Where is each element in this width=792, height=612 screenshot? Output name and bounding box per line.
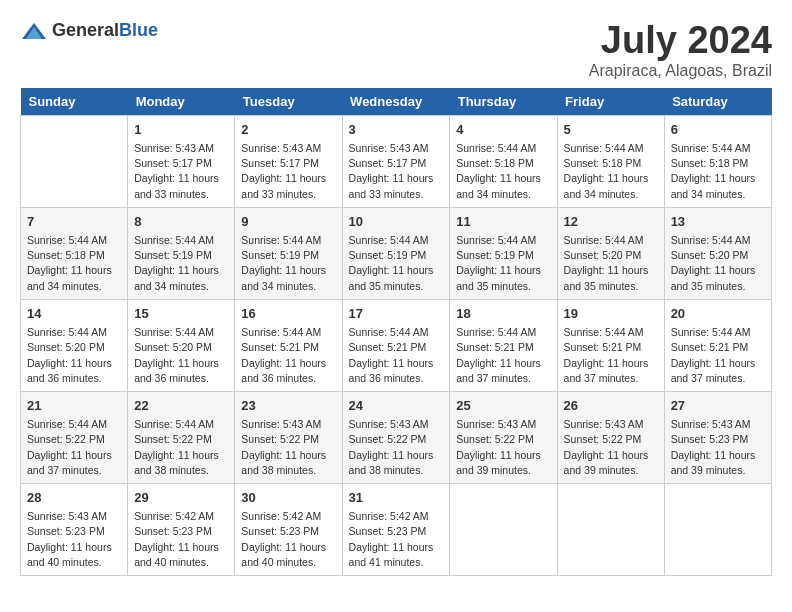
calendar-week-2: 7Sunrise: 5:44 AM Sunset: 5:18 PM Daylig… [21, 207, 772, 299]
day-number: 31 [349, 489, 444, 507]
logo-text: GeneralBlue [52, 20, 158, 41]
day-number: 21 [27, 397, 121, 415]
day-info: Sunrise: 5:44 AM Sunset: 5:20 PM Dayligh… [671, 233, 765, 294]
calendar-cell: 30Sunrise: 5:42 AM Sunset: 5:23 PM Dayli… [235, 484, 342, 576]
title-block: July 2024 Arapiraca, Alagoas, Brazil [589, 20, 772, 80]
day-info: Sunrise: 5:42 AM Sunset: 5:23 PM Dayligh… [349, 509, 444, 570]
day-info: Sunrise: 5:44 AM Sunset: 5:22 PM Dayligh… [27, 417, 121, 478]
day-info: Sunrise: 5:42 AM Sunset: 5:23 PM Dayligh… [134, 509, 228, 570]
day-number: 19 [564, 305, 658, 323]
calendar-cell: 17Sunrise: 5:44 AM Sunset: 5:21 PM Dayli… [342, 299, 450, 391]
day-number: 6 [671, 121, 765, 139]
calendar-cell: 28Sunrise: 5:43 AM Sunset: 5:23 PM Dayli… [21, 484, 128, 576]
day-number: 28 [27, 489, 121, 507]
day-number: 27 [671, 397, 765, 415]
day-number: 16 [241, 305, 335, 323]
day-info: Sunrise: 5:43 AM Sunset: 5:22 PM Dayligh… [349, 417, 444, 478]
calendar-cell: 25Sunrise: 5:43 AM Sunset: 5:22 PM Dayli… [450, 391, 557, 483]
day-number: 22 [134, 397, 228, 415]
day-info: Sunrise: 5:44 AM Sunset: 5:20 PM Dayligh… [564, 233, 658, 294]
calendar-week-5: 28Sunrise: 5:43 AM Sunset: 5:23 PM Dayli… [21, 484, 772, 576]
calendar-cell: 27Sunrise: 5:43 AM Sunset: 5:23 PM Dayli… [664, 391, 771, 483]
calendar-cell: 8Sunrise: 5:44 AM Sunset: 5:19 PM Daylig… [128, 207, 235, 299]
calendar-cell: 2Sunrise: 5:43 AM Sunset: 5:17 PM Daylig… [235, 115, 342, 207]
day-info: Sunrise: 5:44 AM Sunset: 5:19 PM Dayligh… [349, 233, 444, 294]
day-info: Sunrise: 5:44 AM Sunset: 5:21 PM Dayligh… [349, 325, 444, 386]
day-info: Sunrise: 5:44 AM Sunset: 5:19 PM Dayligh… [134, 233, 228, 294]
day-number: 15 [134, 305, 228, 323]
calendar-cell: 12Sunrise: 5:44 AM Sunset: 5:20 PM Dayli… [557, 207, 664, 299]
header-sunday: Sunday [21, 88, 128, 116]
day-info: Sunrise: 5:44 AM Sunset: 5:21 PM Dayligh… [564, 325, 658, 386]
day-info: Sunrise: 5:44 AM Sunset: 5:18 PM Dayligh… [671, 141, 765, 202]
day-number: 3 [349, 121, 444, 139]
calendar-cell: 14Sunrise: 5:44 AM Sunset: 5:20 PM Dayli… [21, 299, 128, 391]
header-friday: Friday [557, 88, 664, 116]
calendar-cell [557, 484, 664, 576]
day-number: 12 [564, 213, 658, 231]
calendar-cell: 11Sunrise: 5:44 AM Sunset: 5:19 PM Dayli… [450, 207, 557, 299]
calendar-cell [21, 115, 128, 207]
day-info: Sunrise: 5:43 AM Sunset: 5:17 PM Dayligh… [349, 141, 444, 202]
header-tuesday: Tuesday [235, 88, 342, 116]
day-number: 8 [134, 213, 228, 231]
calendar-cell: 19Sunrise: 5:44 AM Sunset: 5:21 PM Dayli… [557, 299, 664, 391]
day-info: Sunrise: 5:42 AM Sunset: 5:23 PM Dayligh… [241, 509, 335, 570]
calendar-cell: 5Sunrise: 5:44 AM Sunset: 5:18 PM Daylig… [557, 115, 664, 207]
calendar-cell: 24Sunrise: 5:43 AM Sunset: 5:22 PM Dayli… [342, 391, 450, 483]
day-info: Sunrise: 5:43 AM Sunset: 5:23 PM Dayligh… [671, 417, 765, 478]
calendar-cell: 6Sunrise: 5:44 AM Sunset: 5:18 PM Daylig… [664, 115, 771, 207]
calendar-cell: 1Sunrise: 5:43 AM Sunset: 5:17 PM Daylig… [128, 115, 235, 207]
calendar-cell: 15Sunrise: 5:44 AM Sunset: 5:20 PM Dayli… [128, 299, 235, 391]
calendar-cell: 21Sunrise: 5:44 AM Sunset: 5:22 PM Dayli… [21, 391, 128, 483]
day-info: Sunrise: 5:44 AM Sunset: 5:18 PM Dayligh… [564, 141, 658, 202]
logo-blue: Blue [119, 20, 158, 40]
calendar-cell: 4Sunrise: 5:44 AM Sunset: 5:18 PM Daylig… [450, 115, 557, 207]
day-number: 5 [564, 121, 658, 139]
day-number: 14 [27, 305, 121, 323]
day-number: 10 [349, 213, 444, 231]
day-number: 9 [241, 213, 335, 231]
calendar-cell: 7Sunrise: 5:44 AM Sunset: 5:18 PM Daylig… [21, 207, 128, 299]
calendar-cell: 20Sunrise: 5:44 AM Sunset: 5:21 PM Dayli… [664, 299, 771, 391]
day-number: 2 [241, 121, 335, 139]
day-info: Sunrise: 5:44 AM Sunset: 5:21 PM Dayligh… [456, 325, 550, 386]
day-info: Sunrise: 5:44 AM Sunset: 5:18 PM Dayligh… [456, 141, 550, 202]
calendar-cell [664, 484, 771, 576]
day-number: 1 [134, 121, 228, 139]
calendar-cell: 3Sunrise: 5:43 AM Sunset: 5:17 PM Daylig… [342, 115, 450, 207]
calendar-week-1: 1Sunrise: 5:43 AM Sunset: 5:17 PM Daylig… [21, 115, 772, 207]
calendar-header-row: SundayMondayTuesdayWednesdayThursdayFrid… [21, 88, 772, 116]
day-info: Sunrise: 5:43 AM Sunset: 5:23 PM Dayligh… [27, 509, 121, 570]
day-info: Sunrise: 5:43 AM Sunset: 5:17 PM Dayligh… [241, 141, 335, 202]
location-subtitle: Arapiraca, Alagoas, Brazil [589, 62, 772, 80]
day-number: 26 [564, 397, 658, 415]
day-number: 17 [349, 305, 444, 323]
header-monday: Monday [128, 88, 235, 116]
header-wednesday: Wednesday [342, 88, 450, 116]
page-header: GeneralBlue July 2024 Arapiraca, Alagoas… [20, 20, 772, 80]
day-number: 18 [456, 305, 550, 323]
month-title: July 2024 [589, 20, 772, 62]
calendar-week-3: 14Sunrise: 5:44 AM Sunset: 5:20 PM Dayli… [21, 299, 772, 391]
calendar-cell: 29Sunrise: 5:42 AM Sunset: 5:23 PM Dayli… [128, 484, 235, 576]
day-number: 30 [241, 489, 335, 507]
day-info: Sunrise: 5:44 AM Sunset: 5:20 PM Dayligh… [27, 325, 121, 386]
day-number: 11 [456, 213, 550, 231]
day-info: Sunrise: 5:43 AM Sunset: 5:17 PM Dayligh… [134, 141, 228, 202]
day-info: Sunrise: 5:44 AM Sunset: 5:19 PM Dayligh… [241, 233, 335, 294]
logo-icon [20, 21, 48, 41]
calendar-cell: 18Sunrise: 5:44 AM Sunset: 5:21 PM Dayli… [450, 299, 557, 391]
calendar-cell: 23Sunrise: 5:43 AM Sunset: 5:22 PM Dayli… [235, 391, 342, 483]
day-info: Sunrise: 5:44 AM Sunset: 5:21 PM Dayligh… [241, 325, 335, 386]
day-number: 29 [134, 489, 228, 507]
day-info: Sunrise: 5:44 AM Sunset: 5:19 PM Dayligh… [456, 233, 550, 294]
calendar-cell: 26Sunrise: 5:43 AM Sunset: 5:22 PM Dayli… [557, 391, 664, 483]
logo-general: General [52, 20, 119, 40]
day-info: Sunrise: 5:44 AM Sunset: 5:18 PM Dayligh… [27, 233, 121, 294]
header-saturday: Saturday [664, 88, 771, 116]
calendar-cell: 9Sunrise: 5:44 AM Sunset: 5:19 PM Daylig… [235, 207, 342, 299]
day-info: Sunrise: 5:43 AM Sunset: 5:22 PM Dayligh… [456, 417, 550, 478]
day-info: Sunrise: 5:44 AM Sunset: 5:21 PM Dayligh… [671, 325, 765, 386]
calendar-week-4: 21Sunrise: 5:44 AM Sunset: 5:22 PM Dayli… [21, 391, 772, 483]
